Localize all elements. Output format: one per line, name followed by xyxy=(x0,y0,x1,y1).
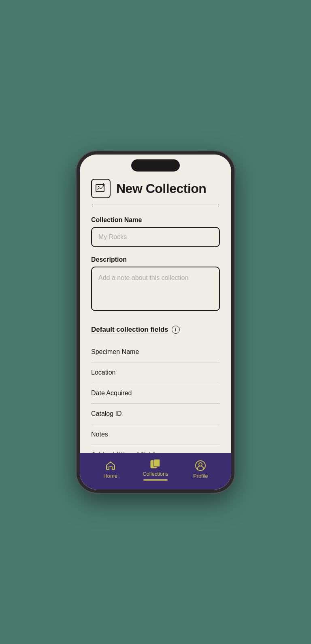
page-header: New Collection xyxy=(91,179,220,205)
field-label-specimen-name: Specimen Name xyxy=(91,348,139,355)
nav-active-indicator xyxy=(143,479,168,481)
svg-point-7 xyxy=(199,463,202,466)
field-row-date-acquired: Date Acquired xyxy=(91,383,220,404)
screen: New Collection Collection Name Descripti… xyxy=(80,155,231,489)
page-title: New Collection xyxy=(116,181,206,196)
field-row-notes: Notes xyxy=(91,424,220,445)
profile-icon xyxy=(195,460,206,471)
field-label-location: Location xyxy=(91,369,116,376)
field-label-date-acquired: Date Acquired xyxy=(91,390,132,396)
content-area: New Collection Collection Name Descripti… xyxy=(80,155,231,453)
field-row-location: Location xyxy=(91,362,220,383)
description-label: Description xyxy=(91,256,220,263)
new-collection-icon xyxy=(91,179,111,198)
collection-name-label: Collection Name xyxy=(91,216,220,224)
nav-label-collections: Collections xyxy=(143,471,168,477)
info-icon[interactable]: i xyxy=(172,326,180,334)
field-row-specimen-name: Specimen Name xyxy=(91,342,220,362)
phone-frame: New Collection Collection Name Descripti… xyxy=(77,151,234,493)
description-section: Description xyxy=(91,256,220,322)
bottom-nav: Home Collections xyxy=(80,453,231,489)
notch xyxy=(131,159,180,172)
nav-label-home: Home xyxy=(103,473,117,479)
description-input[interactable] xyxy=(91,267,220,311)
field-label-catalog-id: Catalog ID xyxy=(91,410,122,417)
collection-name-section: Collection Name xyxy=(91,216,220,256)
nav-item-profile[interactable]: Profile xyxy=(178,460,223,479)
nav-label-profile: Profile xyxy=(193,473,208,479)
default-fields-heading: Default collection fields i xyxy=(91,326,220,334)
field-row-catalog-id: Catalog ID xyxy=(91,404,220,424)
nav-item-collections[interactable]: Collections xyxy=(133,458,178,481)
default-fields-title: Default collection fields xyxy=(91,326,168,334)
svg-rect-5 xyxy=(154,459,160,467)
collection-name-input[interactable] xyxy=(91,227,220,247)
collections-icon xyxy=(150,458,161,469)
home-icon xyxy=(105,460,116,471)
default-fields-list: Specimen Name Location Date Acquired Cat… xyxy=(91,342,220,445)
field-label-notes: Notes xyxy=(91,431,108,438)
svg-point-1 xyxy=(98,186,99,187)
add-additional-fields-button[interactable]: Add additional fields xyxy=(91,445,220,453)
nav-item-home[interactable]: Home xyxy=(88,460,133,479)
